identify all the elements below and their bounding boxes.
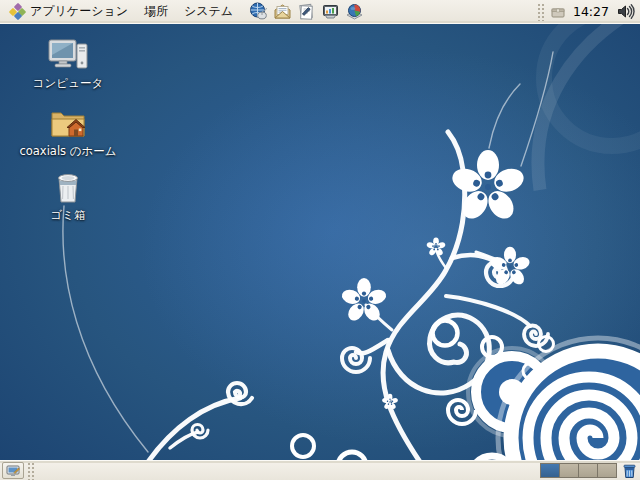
desktop-icon-home[interactable]: coaxials のホーム — [10, 106, 126, 158]
show-desktop-icon — [6, 465, 20, 477]
web-browser-launcher[interactable] — [247, 1, 269, 23]
desktop-icon-computer[interactable]: コンピュータ — [10, 38, 126, 90]
applications-menu[interactable]: アプリケーション — [2, 1, 136, 23]
panel-handle[interactable] — [27, 462, 35, 480]
envelope-icon — [273, 2, 292, 21]
panel-handle[interactable] — [537, 3, 545, 21]
trash-applet[interactable] — [620, 462, 638, 480]
word-processor-launcher[interactable] — [295, 1, 317, 23]
workspace-switcher — [540, 463, 617, 478]
presentation-launcher[interactable] — [319, 1, 341, 23]
computer-icon — [47, 38, 89, 74]
workspace-2[interactable] — [559, 463, 579, 478]
applications-menu-label: アプリケーション — [30, 3, 128, 20]
desktop-icon-label: coaxials のホーム — [19, 145, 116, 158]
launcher-bar — [247, 1, 365, 23]
show-desktop-button[interactable] — [2, 462, 24, 479]
clock[interactable]: 14:27 — [571, 4, 611, 19]
workspace-3[interactable] — [578, 463, 598, 478]
update-notifier-icon[interactable] — [550, 5, 566, 19]
desktop-icon-label: ゴミ箱 — [50, 209, 85, 222]
home-folder-icon — [47, 106, 89, 142]
pie-chart-icon — [345, 2, 364, 21]
system-menu-label: システム — [184, 3, 233, 20]
panel-status-area: 14:27 — [537, 3, 638, 21]
system-menu[interactable]: システム — [176, 1, 241, 23]
trash-applet-icon — [622, 463, 637, 479]
globe-mouse-icon — [249, 2, 268, 21]
places-menu[interactable]: 場所 — [136, 1, 176, 23]
top-panel: アプリケーション 場所 システム — [0, 0, 640, 24]
places-menu-label: 場所 — [144, 3, 168, 20]
desktop-area[interactable]: コンピュータ coaxials のホーム — [0, 24, 640, 460]
window-list — [35, 461, 540, 480]
desktop-screen: アプリケーション 場所 システム — [0, 0, 640, 480]
spreadsheet-launcher[interactable] — [343, 1, 365, 23]
desktop-icon-trash[interactable]: ゴミ箱 — [10, 170, 126, 222]
volume-icon[interactable] — [616, 3, 635, 20]
trash-icon — [47, 170, 89, 206]
desktop-icon-label: コンピュータ — [33, 77, 103, 90]
workspace-1[interactable] — [540, 463, 560, 478]
presentation-screen-icon — [321, 2, 340, 21]
email-launcher[interactable] — [271, 1, 293, 23]
workspace-4[interactable] — [597, 463, 617, 478]
distro-logo-icon — [10, 4, 25, 19]
document-pen-icon — [297, 2, 316, 21]
bottom-panel — [0, 460, 640, 480]
